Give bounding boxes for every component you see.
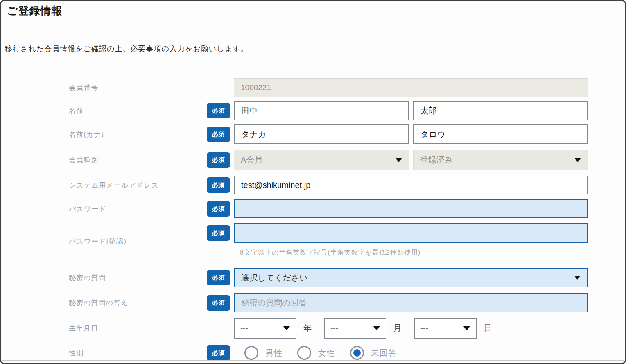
birthdate-label: 生年月日 — [69, 323, 207, 333]
password-confirm-input[interactable] — [234, 223, 588, 243]
name-kana-label: 名前(カナ) — [69, 130, 207, 139]
row-email: システム用メールアドレス 必須 — [1, 176, 625, 194]
gender-option-female: 女性 — [297, 346, 335, 360]
member-type-value: A会員 — [241, 154, 262, 165]
noanswer-label: 未回答 — [371, 348, 397, 359]
secret-answer-input[interactable] — [234, 293, 588, 312]
required-badge: 必須 — [207, 345, 230, 361]
required-badge: 必須 — [207, 201, 230, 217]
row-member-type: 会員種別 必須 A会員 登録済み — [1, 150, 625, 170]
secret-question-select[interactable]: 選択してください — [234, 268, 588, 287]
birth-month-value: --- — [330, 324, 338, 333]
row-secret-question: 秘密の質問 必須 選択してください — [1, 268, 625, 287]
birth-month-select[interactable]: --- — [324, 318, 386, 339]
row-password-hint: 8文字以上の半角英数字記号(半角英数字を最低2種類使用) — [1, 249, 625, 257]
required-badge: 必須 — [207, 103, 230, 118]
page-title: ご登録情報 — [7, 4, 63, 18]
required-badge: 必須 — [207, 127, 230, 142]
row-secret-answer: 秘密の質問の答え 必須 — [1, 293, 625, 312]
email-input[interactable] — [234, 176, 588, 194]
chevron-down-icon — [283, 326, 290, 330]
day-unit: 日 — [484, 323, 492, 334]
chevron-down-icon — [574, 276, 581, 280]
chevron-down-icon — [373, 326, 380, 330]
last-name-kana-input[interactable] — [234, 124, 409, 144]
email-label: システム用メールアドレス — [69, 181, 207, 190]
female-label: 女性 — [318, 348, 335, 359]
required-badge: 必須 — [207, 177, 230, 193]
required-badge: 必須 — [207, 225, 230, 241]
first-name-kana-input[interactable] — [413, 124, 588, 144]
chevron-down-icon — [395, 158, 402, 162]
required-badge: 必須 — [207, 152, 230, 168]
password-hint: 8文字以上の半角英数字記号(半角英数字を最低2種類使用) — [240, 249, 420, 257]
row-password: パスワード 必須 — [1, 199, 625, 218]
radio-female[interactable] — [297, 346, 311, 360]
secret-answer-label: 秘密の質問の答え — [69, 298, 207, 307]
row-gender: 性別 必須 男性 女性 未回答 — [1, 344, 625, 362]
member-number-label: 会員番号 — [69, 83, 207, 93]
birth-day-select[interactable]: --- — [414, 318, 477, 339]
row-name-kana: 名前(カナ) 必須 — [1, 124, 625, 144]
required-badge: 必須 — [207, 295, 230, 311]
password-input[interactable] — [234, 199, 588, 218]
bottom-divider — [2, 360, 624, 361]
required-badge: 必須 — [207, 270, 230, 285]
password-confirm-label: パスワード(確認) — [69, 237, 207, 246]
gender-option-noanswer: 未回答 — [350, 346, 397, 360]
last-name-input[interactable] — [234, 101, 409, 120]
member-type-select: A会員 — [234, 150, 409, 170]
birth-day-value: --- — [420, 324, 428, 333]
radio-male[interactable] — [244, 346, 258, 360]
row-member-number: 会員番号 — [1, 78, 625, 97]
row-name: 名前 必須 — [1, 101, 625, 120]
name-label: 名前 — [69, 106, 207, 115]
chevron-down-icon — [463, 326, 470, 330]
row-birthdate: 生年月日 --- 年 --- 月 --- 日 — [1, 318, 625, 339]
month-unit: 月 — [393, 323, 402, 334]
password-label: パスワード — [69, 204, 207, 214]
secret-question-value: 選択してください — [241, 272, 308, 283]
row-password-confirm: パスワード(確認) 必須 — [1, 223, 625, 243]
male-label: 男性 — [265, 348, 282, 359]
gender-label: 性別 — [69, 348, 207, 358]
radio-noanswer[interactable] — [350, 346, 364, 360]
member-number-input — [234, 78, 588, 97]
year-unit: 年 — [303, 323, 312, 334]
chevron-down-icon — [574, 158, 581, 162]
secret-question-label: 秘密の質問 — [69, 273, 207, 283]
page-subtitle: 移行された会員情報をご確認の上、必要事項の入力をお願いします。 — [5, 44, 248, 54]
first-name-input[interactable] — [413, 101, 588, 120]
member-type-label: 会員種別 — [69, 155, 207, 165]
birth-year-value: --- — [240, 324, 248, 333]
member-status-value: 登録済み — [420, 154, 453, 165]
gender-option-male: 男性 — [244, 346, 282, 360]
registration-form: ご登録情報 移行された会員情報をご確認の上、必要事項の入力をお願いします。 会員… — [0, 0, 626, 364]
member-status-select: 登録済み — [413, 150, 588, 170]
birth-year-select[interactable]: --- — [234, 318, 296, 339]
